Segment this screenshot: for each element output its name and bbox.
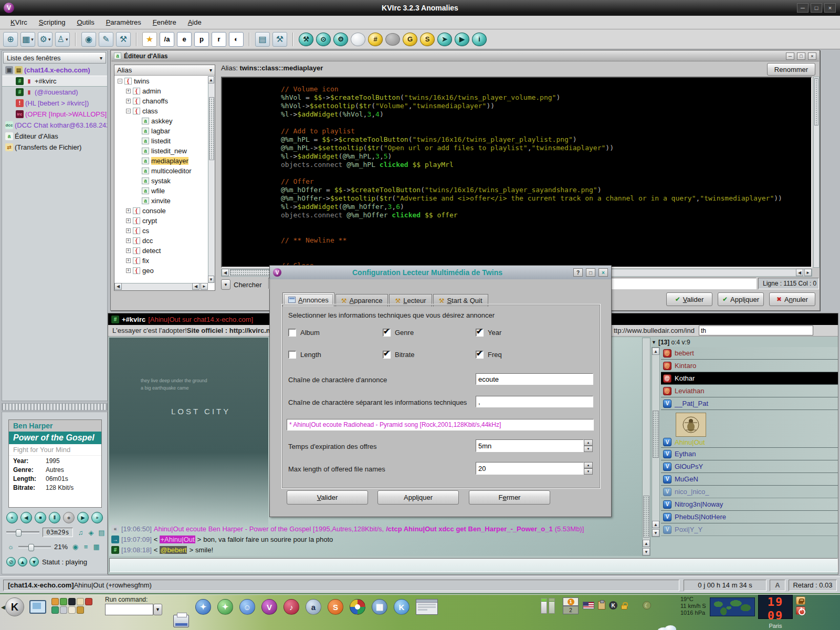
kde-tray-icon[interactable]: K bbox=[609, 601, 617, 610]
stop-button[interactable]: ■ bbox=[35, 512, 46, 523]
dcc-icon[interactable]: ◉ bbox=[81, 32, 96, 47]
contacts-icon[interactable]: ☺ bbox=[239, 599, 255, 615]
code-scrollbar[interactable] bbox=[813, 77, 820, 268]
close-icon[interactable]: × bbox=[824, 3, 836, 13]
show-desktop-button[interactable] bbox=[29, 600, 46, 614]
lock-screen-button[interactable] bbox=[796, 596, 805, 605]
expire-spinner[interactable]: ▲▼ bbox=[584, 439, 593, 452]
amarok-icon[interactable]: a bbox=[306, 599, 321, 615]
connect-icon[interactable]: ⊕ bbox=[3, 32, 18, 47]
tux-options-icon[interactable]: ♙▾ bbox=[55, 32, 70, 47]
user-row-poxiyy[interactable]: VPoxi|Y_Y bbox=[661, 523, 838, 536]
tree-item-chanoffs[interactable]: +{chanoffs bbox=[114, 96, 208, 106]
google-icon[interactable]: G bbox=[403, 33, 417, 46]
expand-icon[interactable]: + bbox=[126, 238, 131, 243]
equalizer-icon[interactable]: ◉ bbox=[71, 542, 80, 551]
checkbox-bitrate[interactable]: ✔Bitrate bbox=[383, 351, 415, 359]
user-row-nitrog3nnoway[interactable]: VNitrog3n|Noway bbox=[661, 498, 838, 511]
maximize-icon[interactable]: □ bbox=[586, 268, 595, 277]
lock-tray-icon[interactable] bbox=[621, 605, 627, 610]
appliquer-button[interactable]: Appliquer bbox=[377, 490, 459, 505]
help-book-icon[interactable]: ▤ bbox=[255, 32, 270, 47]
tree-item-listedit[interactable]: alistedit bbox=[114, 136, 208, 146]
media-library-icon[interactable]: ▦ bbox=[92, 542, 101, 551]
separator-input[interactable] bbox=[476, 396, 593, 407]
scroll-left-icon[interactable]: ◀ bbox=[222, 269, 229, 276]
menu-aide[interactable]: Aide bbox=[183, 17, 207, 28]
user-row-ahinuout[interactable]: VAhinu|Out bbox=[661, 410, 838, 448]
quick-launch-icon[interactable] bbox=[60, 606, 67, 614]
panel-hide-icon[interactable]: ◀ bbox=[1, 604, 5, 610]
quick-launch-icon[interactable] bbox=[77, 606, 84, 614]
kvirc-task-icon[interactable]: V bbox=[261, 599, 277, 615]
tree-item-twins[interactable]: −{twins bbox=[114, 76, 208, 86]
window-list-item[interactable]: ▣▤(chat14.x-echo.com) bbox=[2, 65, 107, 76]
tray-app-icon[interactable] bbox=[631, 602, 639, 610]
run-command-input[interactable] bbox=[105, 604, 153, 615]
scroll-up-icon[interactable]: ▲ bbox=[208, 76, 214, 83]
checkbox-box[interactable] bbox=[288, 351, 296, 359]
connect-indicator-icon[interactable] bbox=[351, 33, 365, 46]
mode-input[interactable] bbox=[699, 326, 813, 335]
picasa-icon[interactable] bbox=[350, 599, 365, 615]
world-clock-map[interactable] bbox=[710, 597, 755, 616]
scroll-down-icon[interactable]: ▼ bbox=[652, 529, 659, 537]
tree-item-cs[interactable]: +{cs bbox=[114, 226, 208, 236]
scroll-up-icon[interactable]: ▲ bbox=[18, 557, 27, 566]
window-list-item[interactable]: #▮(@#ouestand) bbox=[2, 87, 107, 98]
window-list-item[interactable]: !(HL [bebert > #kvirc]) bbox=[2, 98, 107, 109]
tree-item-detect[interactable]: +{detect bbox=[114, 246, 208, 256]
scroll-left-icon[interactable]: ◀ bbox=[796, 269, 803, 276]
tools-icon[interactable]: ⚒ bbox=[116, 32, 131, 47]
expand-icon[interactable]: + bbox=[126, 268, 131, 273]
event-editor-icon[interactable]: e bbox=[177, 32, 192, 47]
scroll-down-icon[interactable]: ▼ bbox=[29, 557, 39, 566]
pager-desktop-2[interactable]: 2 bbox=[563, 606, 579, 614]
window-list-item[interactable]: dcc(DCC Chat kothar@63.168.242 bbox=[2, 120, 107, 131]
action-editor-icon[interactable]: ◐ bbox=[229, 32, 244, 47]
expand-icon[interactable]: + bbox=[126, 208, 131, 213]
tree-item-multicoleditor[interactable]: amulticoleditor bbox=[114, 166, 208, 176]
checkbox-box[interactable] bbox=[288, 329, 296, 337]
user-row-gloupsy[interactable]: VGlOuPsY bbox=[661, 460, 838, 473]
status-away-icon[interactable]: A bbox=[770, 580, 785, 591]
alias-editor-icon[interactable]: /a bbox=[160, 32, 174, 47]
menu-fentre[interactable]: Fenêtre bbox=[148, 17, 182, 28]
message-input[interactable] bbox=[109, 558, 838, 572]
offline-indicator-icon[interactable] bbox=[385, 33, 400, 46]
kopete-icon[interactable]: K bbox=[394, 599, 410, 615]
scroll-right-icon[interactable]: ► bbox=[804, 269, 812, 276]
user-row-patpat[interactable]: V__Pat|_Pat bbox=[661, 397, 838, 410]
appliquer-button[interactable]: ✔Appliquer bbox=[718, 292, 764, 306]
checkbox-freq[interactable]: ✔Freq bbox=[476, 351, 502, 359]
user-row-phebusnothere[interactable]: VPhebuS|NotHere bbox=[661, 511, 838, 523]
checkbox-year[interactable]: ✔Year bbox=[476, 329, 501, 337]
tree-hscrollbar[interactable]: ◀ ◀ ► bbox=[114, 283, 208, 290]
menu-kvirc[interactable]: KVIrc bbox=[5, 17, 33, 28]
weather-icon[interactable] bbox=[655, 623, 678, 630]
collapse-icon[interactable]: − bbox=[126, 109, 131, 113]
expand-icon[interactable]: + bbox=[126, 258, 131, 263]
pager-desktop-1[interactable]: 1 bbox=[563, 597, 579, 606]
minimize-icon[interactable]: ─ bbox=[797, 3, 808, 13]
expand-icon[interactable]: + bbox=[126, 218, 131, 223]
popup-editor-icon[interactable]: p bbox=[194, 32, 209, 47]
scroll-up-icon[interactable]: ▲ bbox=[652, 521, 659, 528]
checkbox-box[interactable]: ✔ bbox=[476, 329, 484, 337]
user-row-bebert[interactable]: @bebert bbox=[661, 347, 838, 360]
fermer-button[interactable]: Fermer bbox=[469, 490, 550, 505]
identity-icon[interactable]: ⊙ bbox=[316, 33, 331, 46]
user-list-scrollbar[interactable]: ▲ ▲ ▼ bbox=[652, 347, 660, 537]
expire-input[interactable] bbox=[476, 439, 584, 452]
run-dropdown-icon[interactable]: ▼ bbox=[153, 604, 162, 615]
scroll-down-icon[interactable]: ▼ bbox=[208, 276, 214, 283]
chat-scrollbar[interactable]: ▲ ▼ bbox=[642, 338, 650, 556]
scroll-up-icon[interactable]: ▲ bbox=[643, 540, 650, 547]
quick-launch-icon[interactable] bbox=[85, 598, 92, 605]
tree-item-mediaplayer[interactable]: amediaplayer bbox=[114, 156, 208, 166]
clock-applet[interactable]: 19 09 Paris bbox=[758, 595, 793, 619]
collapse-icon[interactable]: − bbox=[118, 79, 122, 83]
mixer-icon[interactable]: ♫ bbox=[76, 528, 85, 537]
skype-icon[interactable]: S bbox=[328, 599, 343, 615]
user-row-eythan[interactable]: VEythan bbox=[661, 448, 838, 460]
